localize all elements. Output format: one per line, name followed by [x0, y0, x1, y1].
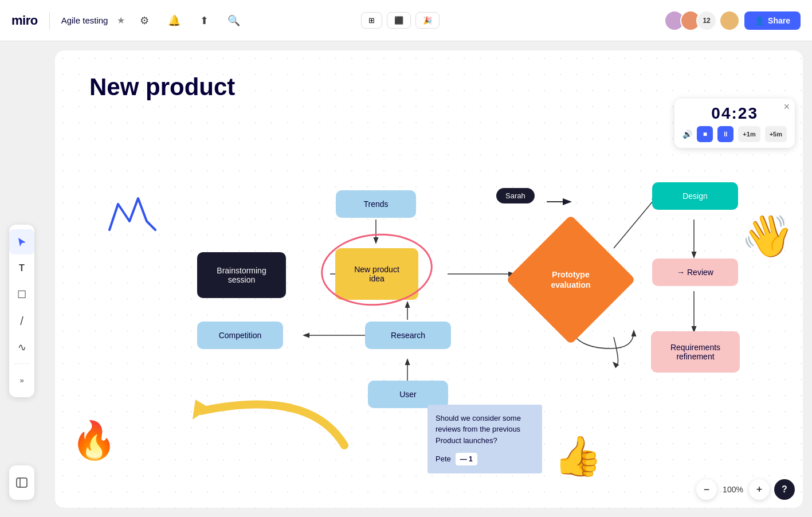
avatar-3 — [719, 10, 740, 31]
timer-display: 04:23 — [711, 104, 758, 123]
timer-plus5-button[interactable]: +5m — [765, 126, 787, 142]
party-icon: 🎉 — [423, 16, 432, 25]
board-title: New product — [89, 73, 235, 101]
header-right: 12 👤 Share — [664, 10, 801, 31]
crown-doodle — [107, 193, 158, 235]
sticky-note[interactable]: Should we consider some reviews from the… — [427, 405, 542, 474]
share-button[interactable]: 👤 Share — [744, 11, 801, 30]
timer-sound-icon[interactable]: 🔊 — [682, 130, 692, 139]
review-node[interactable]: → Review — [652, 258, 738, 286]
sticky-icon: ☐ — [17, 288, 26, 301]
timer-close-button[interactable]: ✕ — [783, 102, 790, 111]
more-tools-btn[interactable]: » — [9, 367, 34, 393]
sticky-footer: Pete — 1 — [436, 453, 534, 465]
text-icon: T — [19, 263, 25, 273]
trends-node[interactable]: Trends — [336, 190, 416, 218]
competition-node[interactable]: Competition — [197, 322, 283, 349]
sticky-vote[interactable]: — 1 — [456, 453, 477, 465]
header-center-tools: ⊞ ⬛ 🎉 — [361, 12, 440, 29]
party-tool-btn[interactable]: 🎉 — [415, 12, 440, 29]
star-icon[interactable]: ★ — [117, 15, 125, 26]
more-icon: » — [19, 376, 23, 385]
prototype-node[interactable]: Prototype evaluation — [525, 234, 617, 326]
miro-logo: miro — [11, 13, 38, 28]
header-divider — [49, 11, 50, 30]
fire-sticker: 🔥 — [71, 419, 117, 462]
avatar-count[interactable]: 12 — [696, 10, 717, 31]
requirements-node[interactable]: Requirements refinement — [651, 331, 740, 373]
pen-tool[interactable]: ∿ — [9, 335, 34, 360]
timer-plus1-button[interactable]: +1m — [738, 126, 760, 142]
line-icon: / — [20, 315, 23, 327]
select-tool-btn[interactable]: ⬛ — [387, 12, 411, 29]
user-node[interactable]: User — [368, 381, 448, 408]
svg-rect-0 — [17, 478, 27, 487]
zoom-in-button[interactable]: + — [749, 479, 770, 500]
pen-icon: ∿ — [18, 341, 26, 354]
select-icon: ⬛ — [394, 16, 403, 25]
research-node[interactable]: Research — [365, 322, 451, 349]
board-name[interactable]: Agile testing — [61, 15, 108, 25]
svg-marker-12 — [193, 399, 210, 420]
yellow-arrow — [167, 377, 362, 453]
zoom-controls: − 100% + ? — [696, 479, 795, 500]
upload-icon[interactable]: ⬆ — [194, 10, 214, 31]
avatar-group: 12 — [664, 10, 740, 31]
header: miro Agile testing ★ ⚙ 🔔 ⬆ 🔍 ⊞ ⬛ 🎉 12 👤 … — [0, 0, 812, 41]
toolbar-divider — [14, 363, 30, 364]
sticky-author: Pete — [436, 453, 451, 465]
sarah-label: Sarah — [496, 188, 535, 203]
sticky-tool[interactable]: ☐ — [9, 282, 34, 307]
timer-stop-button[interactable]: ■ — [697, 126, 713, 142]
thumbs-up-sticker: 👍 — [554, 433, 602, 479]
share-icon: 👤 — [755, 16, 764, 25]
sidebar-tool[interactable] — [9, 470, 34, 495]
wave-sticker: 👋 — [738, 207, 797, 264]
zoom-level-display: 100% — [721, 485, 744, 494]
left-toolbar: T ☐ / ∿ » — [9, 225, 34, 397]
timer-pause-button[interactable]: ⏸ — [717, 126, 733, 142]
brainstorming-node[interactable]: Brainstorming session — [197, 252, 286, 298]
notifications-icon[interactable]: 🔔 — [164, 10, 185, 31]
text-tool[interactable]: T — [9, 256, 34, 281]
shapes-icon: ⊞ — [368, 16, 375, 25]
zoom-out-button[interactable]: − — [696, 479, 717, 500]
canvas-wrapper: T ☐ / ∿ » ✕ 04:23 🔊 ■ ⏸ +1m +5m — [0, 41, 812, 517]
design-node[interactable]: Design — [652, 182, 738, 210]
select-tool[interactable] — [9, 229, 34, 254]
search-icon[interactable]: 🔍 — [223, 10, 244, 31]
bottom-left-toolbar — [9, 465, 34, 500]
timer-widget: ✕ 04:23 🔊 ■ ⏸ +1m +5m — [674, 99, 795, 148]
timer-controls: 🔊 ■ ⏸ +1m +5m — [682, 126, 787, 142]
line-tool[interactable]: / — [9, 308, 34, 334]
shapes-tool-btn[interactable]: ⊞ — [361, 12, 382, 29]
settings-icon[interactable]: ⚙ — [134, 10, 155, 31]
help-button[interactable]: ? — [774, 479, 795, 500]
